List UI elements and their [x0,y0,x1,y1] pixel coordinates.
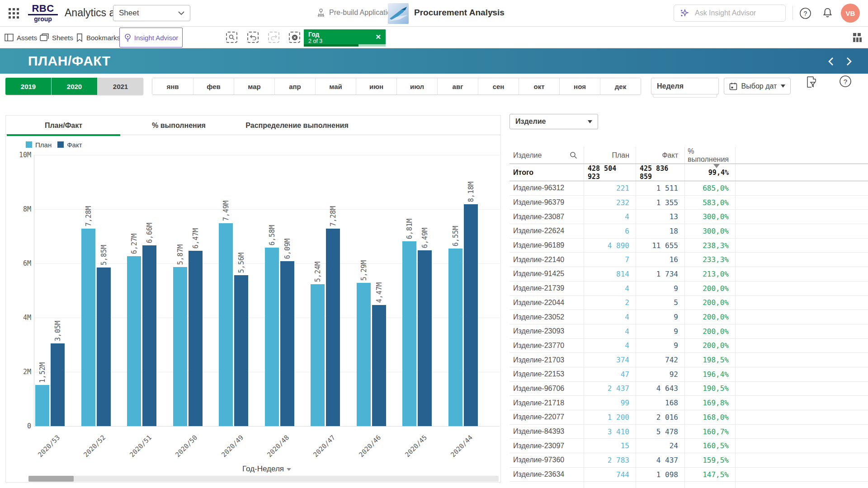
x-tick-label-2020/53[interactable]: 2020/53 [26,434,61,468]
user-avatar[interactable]: VB [841,4,860,23]
row-product-cell[interactable]: Изделие-96312 [509,181,584,195]
table-row-Изделие-21739[interactable]: Изделие-2173949200,0% [509,282,868,296]
header-cell-pct[interactable]: % выполнения [685,147,736,164]
table-row-Изделие-21718[interactable]: Изделие-2171899168169,8% [509,396,868,410]
insight-advisor-input[interactable] [694,9,771,18]
tab-sheets[interactable]: Sheets [40,27,73,48]
header-cell-product[interactable]: Изделие [509,147,584,164]
x-tick-label-2020/52[interactable]: 2020/52 [72,434,107,468]
bar-план-2020/49[interactable] [219,223,233,426]
bar-факт-2020/50[interactable] [189,251,203,426]
table-row-Изделие-22044[interactable]: Изделие-2204425200,0% [509,296,868,310]
chart-tab-1[interactable]: План/Факт [6,116,121,135]
x-tick-label-2020/48[interactable]: 2020/48 [256,434,290,468]
bar-план-2020/45[interactable] [402,241,416,426]
search-selections-icon[interactable] [226,32,237,43]
table-row-Изделие-22624[interactable]: Изделие-22624618300,0% [509,224,868,239]
x-tick-label-2020/51[interactable]: 2020/51 [118,434,152,468]
selection-chip-year[interactable]: Год 2 of 3 ✕ [304,29,386,47]
table-row-Изделие-23634[interactable]: Изделие-236347441 098147,5% [509,468,868,482]
year-button-2019[interactable]: 2019 [5,78,51,95]
dimension-selector[interactable]: Изделие [509,114,598,129]
row-product-cell[interactable]: Изделие-23634 [509,468,584,482]
tab-insight-advisor[interactable]: Insight Advisor [119,28,183,47]
more-options-button[interactable]: ⋯ [485,5,495,17]
table-row-Изделие-23770[interactable]: Изделие-2377049200,0% [509,339,868,353]
month-button-апр[interactable]: апр [274,78,315,94]
app-thumbnail[interactable] [388,3,409,24]
selection-back-icon[interactable] [247,32,259,43]
table-row-Изделие-23087[interactable]: Изделие-23087413300,0% [509,210,868,224]
month-button-июн[interactable]: июн [356,78,396,94]
table-row-Изделие-84393[interactable]: Изделие-843933 4105 478160,7% [509,425,868,439]
help-icon[interactable]: ? [799,7,811,21]
app-menu-icon[interactable] [8,8,20,19]
month-button-дек[interactable]: дек [600,78,641,94]
row-product-cell[interactable]: Изделие-23097 [509,439,584,453]
week-filter[interactable]: Неделя [651,78,719,94]
row-product-cell[interactable]: Изделие-96706 [509,382,584,396]
table-row-Изделие-97360[interactable]: Изделие-973602 7834 437159,5% [509,453,868,468]
bar-план-2020/46[interactable] [357,283,371,426]
year-button-2020[interactable]: 2020 [52,78,97,95]
row-product-cell[interactable]: Изделие-21718 [509,396,584,410]
month-button-янв[interactable]: янв [152,78,193,94]
tab-assets[interactable]: Assets [5,27,37,48]
sheet-layout-icon[interactable] [852,32,863,45]
chart-tab-2[interactable]: % выполнения [121,116,236,135]
legend-item-План[interactable]: План [26,141,52,149]
x-tick-label-2020/44[interactable]: 2020/44 [439,434,474,468]
prebuild-applications-link[interactable]: Pre-build Applications [316,8,399,17]
column-search-icon[interactable] [570,151,577,159]
row-product-cell[interactable]: Изделие-23052 [509,310,584,324]
legend-item-Факт[interactable]: Факт [57,141,82,149]
row-product-cell[interactable]: Изделие-22044 [509,296,584,310]
clear-selections-icon[interactable] [289,32,300,43]
table-row-Изделие-91425[interactable]: Изделие-914258141 734213,0% [509,267,868,282]
selections-tool-icon[interactable] [806,76,817,90]
month-button-июл[interactable]: июл [396,78,437,94]
bar-план-2020/50[interactable] [173,267,187,426]
year-button-2021[interactable]: 2021 [98,78,143,95]
x-tick-label-2020/49[interactable]: 2020/49 [210,434,244,468]
x-tick-label-2020/45[interactable]: 2020/45 [393,434,428,468]
bar-план-2020/53[interactable] [35,385,49,426]
table-row-Изделие-22140[interactable]: Изделие-22140716233,3% [509,253,868,267]
row-product-cell[interactable]: Изделие-22077 [509,410,584,424]
month-button-авг[interactable]: авг [437,78,478,94]
table-row-Изделие-96312[interactable]: Изделие-963122211 511685,0% [509,181,868,196]
row-product-cell[interactable]: Изделие-23093 [509,324,584,338]
tab-bookmarks[interactable]: Bookmarks [76,27,120,48]
row-product-cell[interactable]: Изделие-21703 [509,353,584,367]
table-row-Изделие-96379[interactable]: Изделие-963792321 355583,0% [509,196,868,210]
row-product-cell[interactable]: Изделие-21739 [509,282,584,296]
bar-факт-2020/46[interactable] [372,305,386,426]
next-sheet-icon[interactable] [843,56,854,67]
bar-план-2020/51[interactable] [127,256,141,426]
row-product-cell[interactable]: Изделие-23087 [509,210,584,224]
table-row-Изделие-22153[interactable]: Изделие-221534792196,4% [509,367,868,382]
row-product-cell[interactable]: Изделие-91425 [509,267,584,281]
table-row-Изделие-96189[interactable]: Изделие-961894 89011 655238,3% [509,239,868,253]
sheet-help-icon[interactable]: ? [839,75,852,89]
row-product-cell[interactable]: Изделие-97360 [509,453,584,467]
x-tick-label-2020/50[interactable]: 2020/50 [164,434,198,468]
row-product-cell[interactable]: Изделие-23770 [509,339,584,353]
table-row-Изделие-21703[interactable]: Изделие-21703374742198,5% [509,353,868,367]
month-button-мар[interactable]: мар [234,78,274,94]
date-picker-button[interactable]: Выбор дат [724,78,791,94]
chart-tab-3[interactable]: Распределение выполнения [236,116,358,135]
x-axis-title[interactable]: Год-Неделя [34,465,500,474]
header-cell-fact[interactable]: Факт [636,147,685,164]
previous-sheet-icon[interactable] [826,56,837,67]
month-button-ноя[interactable]: ноя [559,78,600,94]
bar-факт-2020/45[interactable] [418,250,432,426]
bar-факт-2020/48[interactable] [280,261,294,426]
bar-факт-2020/52[interactable] [97,267,111,426]
table-row-Изделие-96706[interactable]: Изделие-967062 4374 643190,5% [509,382,868,396]
x-tick-label-2020/47[interactable]: 2020/47 [302,434,336,468]
row-product-cell[interactable]: Изделие-22624 [509,224,584,238]
bar-план-2020/52[interactable] [81,229,95,426]
month-button-окт[interactable]: окт [519,78,559,94]
month-button-фев[interactable]: фев [193,78,234,94]
